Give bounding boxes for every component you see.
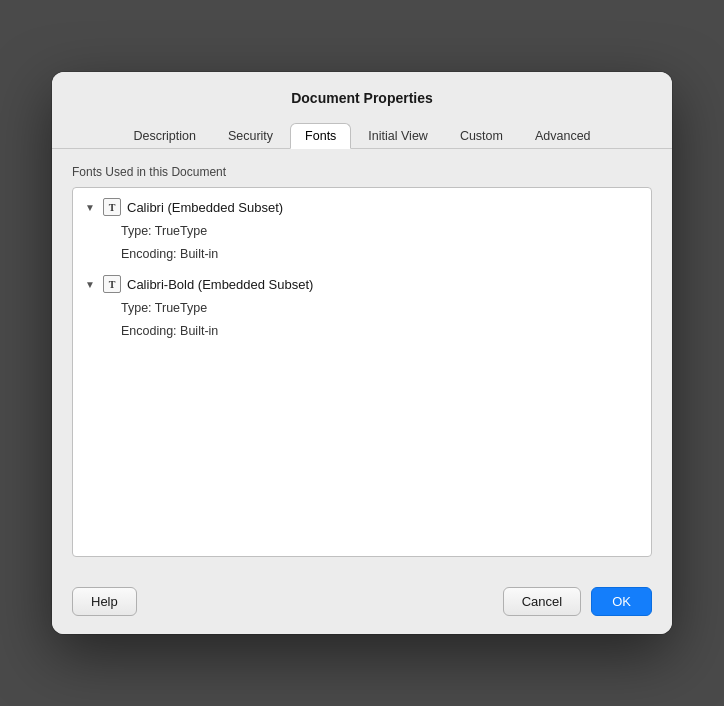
font-item-2: ▼ T Calibri-Bold (Embedded Subset) Type:… (85, 275, 639, 342)
font-name-1: Calibri (Embedded Subset) (127, 200, 283, 215)
font-details-1: Type: TrueType Encoding: Built-in (85, 220, 639, 265)
footer-right-buttons: Cancel OK (503, 587, 652, 616)
font-detail-type-2: Type: TrueType (121, 297, 639, 320)
section-label: Fonts Used in this Document (72, 165, 652, 179)
font-detail-encoding-2: Encoding: Built-in (121, 320, 639, 343)
help-button[interactable]: Help (72, 587, 137, 616)
font-item-1: ▼ T Calibri (Embedded Subset) Type: True… (85, 198, 639, 265)
font-header-2[interactable]: ▼ T Calibri-Bold (Embedded Subset) (85, 275, 639, 293)
tab-fonts[interactable]: Fonts (290, 123, 351, 149)
font-type-icon-2: T (103, 275, 121, 293)
font-detail-type-1: Type: TrueType (121, 220, 639, 243)
dialog-title: Document Properties (52, 72, 672, 116)
chevron-icon-2: ▼ (85, 279, 97, 290)
ok-button[interactable]: OK (591, 587, 652, 616)
footer: Help Cancel OK (52, 573, 672, 634)
font-name-2: Calibri-Bold (Embedded Subset) (127, 277, 313, 292)
font-details-2: Type: TrueType Encoding: Built-in (85, 297, 639, 342)
tab-security[interactable]: Security (213, 123, 288, 149)
tab-advanced[interactable]: Advanced (520, 123, 606, 149)
content-area: Fonts Used in this Document ▼ T Calibri … (52, 149, 672, 573)
font-header-1[interactable]: ▼ T Calibri (Embedded Subset) (85, 198, 639, 216)
document-properties-dialog: Document Properties Description Security… (52, 72, 672, 634)
tab-description[interactable]: Description (118, 123, 211, 149)
font-type-icon-1: T (103, 198, 121, 216)
chevron-icon-1: ▼ (85, 202, 97, 213)
tabs-bar: Description Security Fonts Initial View … (52, 116, 672, 149)
cancel-button[interactable]: Cancel (503, 587, 581, 616)
tab-custom[interactable]: Custom (445, 123, 518, 149)
font-detail-encoding-1: Encoding: Built-in (121, 243, 639, 266)
tab-initial-view[interactable]: Initial View (353, 123, 443, 149)
fonts-list: ▼ T Calibri (Embedded Subset) Type: True… (72, 187, 652, 557)
